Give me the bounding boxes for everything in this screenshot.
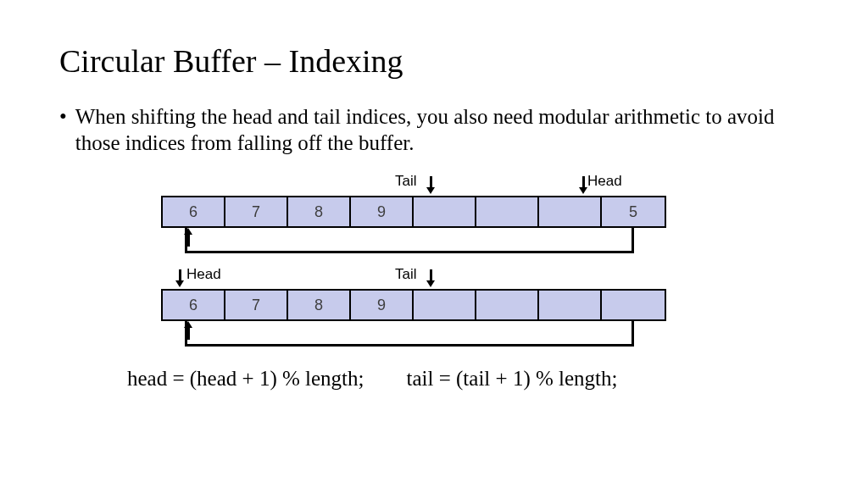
buffer-cell: 6	[163, 197, 225, 226]
tail-label: Tail	[395, 173, 417, 190]
buffer-cell	[414, 291, 476, 319]
wrap-around-path	[185, 228, 634, 253]
bullet-dot-icon: •	[59, 103, 67, 130]
buffer-cell	[414, 197, 476, 226]
formula-row: head = (head + 1) % length; tail = (tail…	[127, 367, 809, 391]
diagram-group: Tail Head 6 7 8 9 5 Head Tail	[161, 169, 809, 355]
formula-head: head = (head + 1) % length;	[127, 367, 364, 391]
buffer-cell	[476, 291, 539, 319]
buffer-cell	[539, 291, 602, 319]
buffer-cell: 6	[163, 291, 225, 319]
slide: Circular Buffer – Indexing • When shifti…	[0, 0, 868, 488]
buffer-cell: 8	[288, 197, 351, 226]
buffer-cell: 8	[288, 291, 351, 319]
wrap-around-path	[185, 321, 634, 347]
buffer-cell: 7	[225, 197, 288, 226]
buffer-cell: 7	[225, 291, 288, 319]
buffer-cell	[476, 197, 539, 226]
buffer-cell	[602, 291, 665, 319]
bullet-text: When shifting the head and tail indices,…	[75, 103, 809, 157]
bullet-item: • When shifting the head and tail indice…	[59, 103, 809, 157]
buffer-row: 6 7 8 9	[161, 289, 666, 321]
page-title: Circular Buffer – Indexing	[59, 42, 809, 80]
buffer-cell: 9	[351, 291, 414, 319]
buffer-diagram-before: Tail Head 6 7 8 9 5	[161, 169, 809, 262]
buffer-diagram-after: Head Tail 6 7 8 9	[161, 262, 809, 355]
buffer-cell: 5	[602, 197, 665, 226]
buffer-row: 6 7 8 9 5	[161, 196, 666, 228]
buffer-cell	[539, 197, 602, 226]
buffer-cell: 9	[351, 197, 414, 226]
formula-tail: tail = (tail + 1) % length;	[407, 367, 618, 391]
head-label: Head	[587, 173, 622, 190]
head-label: Head	[186, 266, 221, 283]
tail-label: Tail	[395, 266, 417, 283]
